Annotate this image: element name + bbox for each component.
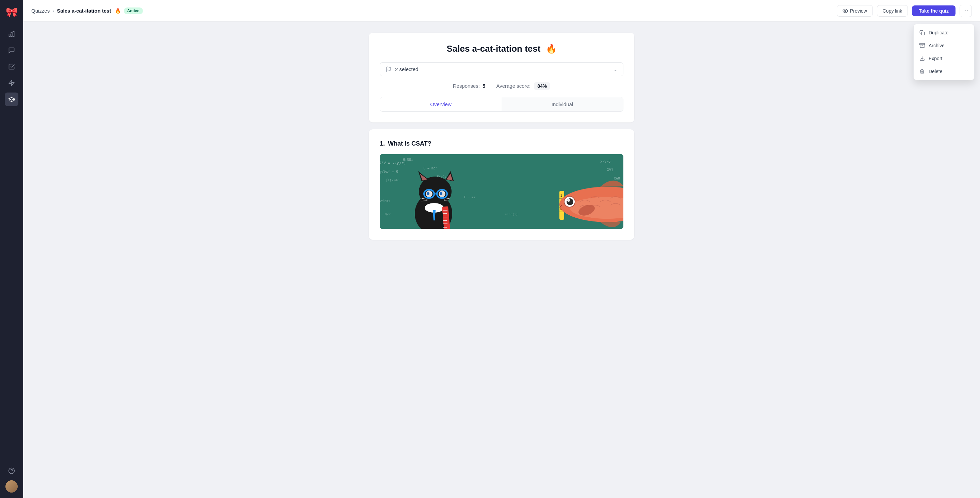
sidebar: 🎀: [0, 0, 23, 498]
segment-label: 2 selected: [395, 66, 613, 72]
preview-button[interactable]: Preview: [837, 5, 873, 17]
question-image: ∇²V = -(ρ/ε) ∂²y/∂x² = 0 H₂SO₄ ∫f(x)dx E…: [380, 154, 624, 229]
header-actions: Preview Copy link Take the quiz ···: [837, 5, 972, 17]
dropdown-item-archive[interactable]: Archive: [914, 39, 974, 52]
quiz-card-title: Sales a-cat-itation test 🔥: [380, 43, 624, 54]
dropdown-item-delete[interactable]: Delete: [914, 65, 974, 78]
svg-point-64: [566, 198, 573, 205]
svg-text:∫f(x)dx: ∫f(x)dx: [386, 178, 399, 182]
svg-text:H₂SO₄: H₂SO₄: [403, 158, 413, 162]
user-avatar[interactable]: [5, 480, 18, 493]
dropdown-menu: Duplicate Archive Export Delete: [913, 24, 975, 80]
breadcrumb-root[interactable]: Quizzes: [31, 8, 50, 14]
svg-text:∂²y/∂x² = 0: ∂²y/∂x² = 0: [380, 170, 398, 173]
svg-text:sinh(x): sinh(x): [505, 213, 518, 216]
copy-link-button[interactable]: Copy link: [877, 5, 908, 17]
archive-icon: [919, 43, 925, 49]
breadcrumb: Quizzes › Sales a-cat-itation test 🔥 Act…: [31, 8, 833, 14]
responses-label: Responses: 5: [453, 83, 485, 89]
svg-text:∇²V = -(ρ/ε): ∇²V = -(ρ/ε): [380, 161, 406, 165]
question-card: 1. What is CSAT? ∇²V = -(ρ/ε) ∂²y/∂x² = …: [369, 129, 634, 240]
chevron-icon: ⌄: [613, 66, 617, 72]
svg-text:1: 1: [560, 194, 562, 197]
trash-icon: [919, 68, 925, 75]
svg-text:ΔH = Q-W: ΔH = Q-W: [380, 213, 391, 216]
more-options-button[interactable]: ···: [959, 5, 972, 17]
breadcrumb-separator: ›: [52, 8, 54, 14]
svg-rect-1: [11, 32, 12, 37]
flag-icon: [385, 66, 392, 72]
svg-rect-69: [920, 43, 925, 45]
sidebar-item-chat[interactable]: [5, 43, 18, 57]
question-title: 1. What is CSAT?: [380, 140, 624, 147]
sidebar-item-forms[interactable]: [5, 60, 18, 73]
stats-row: Responses: 5 Average score: 84%: [380, 83, 624, 89]
dropdown-item-export[interactable]: Export: [914, 52, 974, 65]
sidebar-item-analytics[interactable]: [5, 27, 18, 41]
svg-text:x·v·0: x·v·0: [600, 159, 611, 163]
header: Quizzes › Sales a-cat-itation test 🔥 Act…: [23, 0, 980, 22]
svg-text:F = ma: F = ma: [464, 196, 476, 199]
svg-text:λ=h/mv: λ=h/mv: [380, 199, 390, 202]
sidebar-bottom: [5, 464, 18, 493]
svg-point-35: [430, 192, 432, 194]
sidebar-item-help[interactable]: [5, 464, 18, 477]
svg-marker-3: [9, 80, 14, 86]
svg-text:XV1: XV1: [607, 168, 613, 172]
content-area: Sales a-cat-itation test 🔥 2 selected ⌄ …: [23, 22, 980, 498]
status-badge: Active: [124, 8, 143, 14]
svg-rect-68: [921, 32, 924, 35]
svg-rect-2: [13, 32, 14, 37]
svg-text:E = mc²: E = mc²: [423, 166, 438, 170]
sidebar-item-automation[interactable]: [5, 76, 18, 90]
svg-text:XA0: XA0: [614, 177, 620, 180]
eye-icon: [843, 8, 848, 14]
segment-selector[interactable]: 2 selected ⌄: [380, 62, 624, 76]
export-icon: [919, 56, 925, 62]
svg-point-38: [440, 192, 442, 195]
svg-point-6: [845, 10, 846, 11]
app-logo: 🎀: [5, 5, 18, 19]
take-quiz-button[interactable]: Take the quiz: [912, 5, 956, 16]
tab-individual[interactable]: Individual: [501, 97, 623, 111]
svg-point-39: [443, 192, 445, 194]
dropdown-item-duplicate[interactable]: Duplicate: [914, 26, 974, 39]
svg-point-65: [567, 199, 570, 202]
duplicate-icon: [919, 30, 925, 36]
avg-score-label: Average score: 84%: [496, 83, 550, 89]
main-content: Quizzes › Sales a-cat-itation test 🔥 Act…: [23, 0, 980, 498]
svg-point-34: [427, 192, 430, 195]
score-badge: 84%: [534, 82, 550, 90]
tab-overview[interactable]: Overview: [380, 97, 501, 111]
sidebar-item-quizzes[interactable]: [5, 92, 18, 106]
breadcrumb-current: Sales a-cat-itation test 🔥: [57, 8, 121, 14]
svg-rect-0: [9, 34, 10, 37]
tab-row: Overview Individual: [380, 97, 624, 111]
quiz-summary-card: Sales a-cat-itation test 🔥 2 selected ⌄ …: [369, 33, 634, 123]
